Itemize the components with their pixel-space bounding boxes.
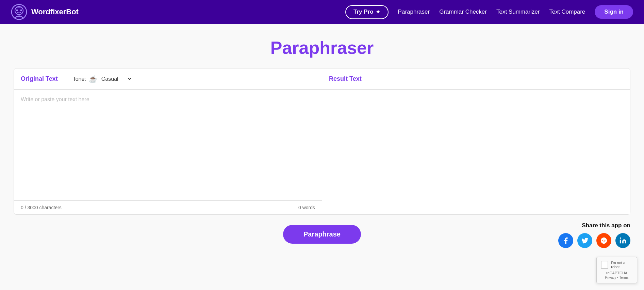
svg-point-3 — [20, 10, 22, 11]
bottom-section: Paraphrase Share this app on — [0, 215, 644, 250]
recaptcha-widget: I'm not a robot reCAPTCHA Privacy • Term… — [596, 257, 637, 283]
share-section: Share this app on — [558, 222, 630, 248]
page-title: Paraphraser — [0, 37, 644, 58]
navbar: WordfixerBot Try Pro ✦ Paraphraser Gramm… — [0, 0, 644, 24]
textarea-wrapper — [14, 90, 322, 200]
terms-link[interactable]: Terms — [619, 276, 628, 279]
brand-logo-icon — [11, 4, 27, 20]
recaptcha-checkbox[interactable] — [601, 261, 608, 269]
nav-link-text-summarizer[interactable]: Text Summarizer — [496, 9, 540, 15]
left-panel-header: Original Text Tone: ☕ Casual Formal Crea… — [14, 68, 322, 90]
recaptcha-text: I'm not a robot — [611, 261, 633, 269]
share-facebook-button[interactable] — [558, 233, 573, 248]
result-area — [322, 90, 630, 214]
try-pro-label: Try Pro — [353, 9, 374, 15]
navbar-left: WordfixerBot — [11, 4, 79, 20]
svg-point-2 — [16, 10, 18, 11]
word-count: 0 words — [298, 205, 315, 210]
nav-link-text-compare[interactable]: Text Compare — [549, 9, 585, 15]
page-title-section: Paraphraser — [0, 24, 644, 68]
try-pro-button[interactable]: Try Pro ✦ — [345, 5, 389, 19]
original-text-label: Original Text — [21, 75, 58, 82]
share-reddit-button[interactable] — [596, 233, 611, 248]
left-panel: Original Text Tone: ☕ Casual Formal Crea… — [14, 68, 322, 214]
svg-point-9 — [601, 238, 607, 244]
char-count: 0 / 3000 characters — [21, 205, 62, 210]
navbar-right: Try Pro ✦ Paraphraser Grammar Checker Te… — [345, 5, 633, 19]
try-pro-icon: ✦ — [376, 9, 380, 16]
left-panel-footer: 0 / 3000 characters 0 words — [14, 200, 322, 214]
separator: • — [617, 276, 618, 279]
original-text-input[interactable] — [14, 90, 322, 188]
tone-label: Tone: — [73, 76, 86, 82]
tone-icon: ☕ — [89, 75, 97, 83]
tone-select[interactable]: Casual Formal Creative Academic — [100, 76, 132, 82]
svg-point-10 — [620, 238, 621, 239]
result-text-label: Result Text — [329, 75, 362, 82]
result-panel-header: Result Text — [322, 68, 630, 90]
main-panel: Original Text Tone: ☕ Casual Formal Crea… — [14, 68, 630, 215]
share-twitter-button[interactable] — [577, 233, 592, 248]
share-icons — [558, 233, 630, 248]
recaptcha-row: I'm not a robot — [601, 261, 633, 269]
share-title: Share this app on — [582, 222, 630, 229]
right-panel: Result Text — [322, 68, 630, 214]
signin-button[interactable]: Sign in — [595, 5, 633, 19]
recaptcha-logo: reCAPTCHA Privacy • Terms — [605, 271, 629, 279]
privacy-link[interactable]: Privacy — [605, 276, 616, 279]
tone-section: Tone: ☕ Casual Formal Creative Academic — [73, 75, 132, 83]
svg-rect-4 — [16, 6, 22, 8]
privacy-terms: Privacy • Terms — [605, 276, 629, 279]
paraphrase-button[interactable]: Paraphrase — [283, 225, 361, 244]
nav-link-paraphraser[interactable]: Paraphraser — [398, 9, 430, 15]
nav-link-grammar-checker[interactable]: Grammar Checker — [439, 9, 487, 15]
brand-name: WordfixerBot — [31, 7, 79, 16]
share-linkedin-button[interactable] — [615, 233, 630, 248]
